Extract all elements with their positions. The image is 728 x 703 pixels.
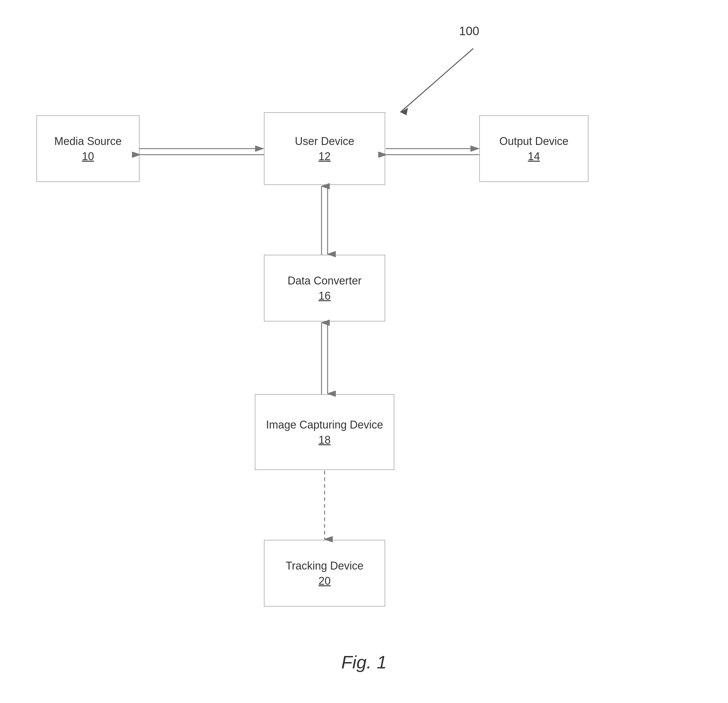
output-device-box: Output Device 14 [479, 115, 588, 182]
output-device-label: Output Device [499, 134, 568, 149]
data-converter-box: Data Converter 16 [264, 255, 385, 322]
media-source-box: Media Source 10 [36, 115, 140, 182]
diagram-container: 100 Media Source 10 User Device 12 Outpu… [0, 0, 728, 703]
tracking-device-number: 20 [319, 575, 331, 588]
tracking-device-label: Tracking Device [286, 559, 364, 573]
user-device-number: 12 [319, 150, 331, 163]
media-source-number: 10 [82, 150, 94, 163]
tracking-device-box: Tracking Device 20 [264, 540, 385, 606]
data-converter-number: 16 [319, 290, 331, 302]
image-capturing-device-number: 18 [319, 434, 331, 446]
user-device-box: User Device 12 [264, 112, 385, 185]
user-device-label: User Device [295, 134, 354, 149]
data-converter-label: Data Converter [287, 274, 361, 288]
svg-line-0 [400, 49, 473, 112]
image-capturing-device-box: Image Capturing Device 18 [255, 394, 394, 470]
media-source-label: Media Source [54, 134, 121, 149]
output-device-number: 14 [528, 150, 540, 163]
image-capturing-device-label: Image Capturing Device [266, 418, 383, 432]
figure-label: Fig. 1 [341, 652, 387, 673]
svg-marker-1 [400, 108, 408, 115]
reference-number: 100 [459, 24, 479, 38]
